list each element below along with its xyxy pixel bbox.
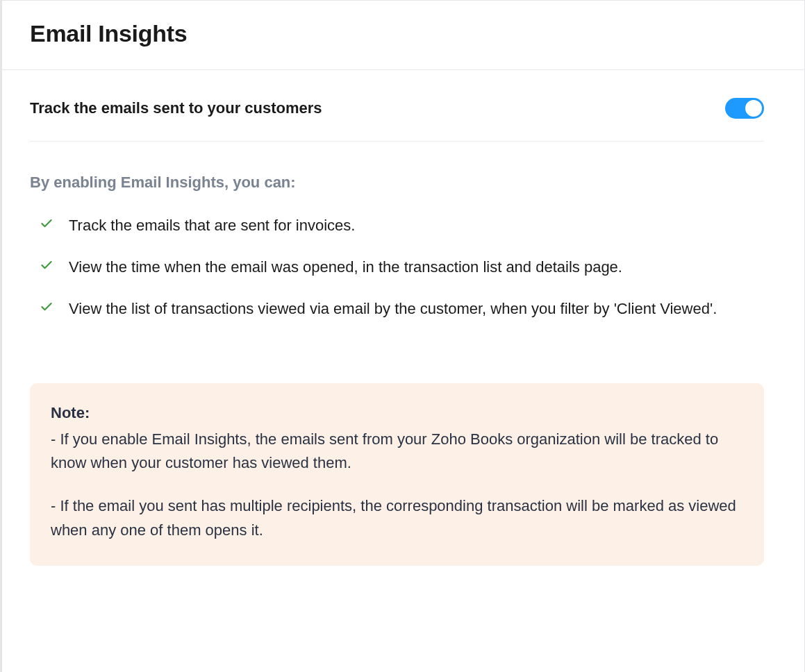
feature-text: View the time when the email was opened,… [69, 255, 622, 279]
page-header: Email Insights [2, 1, 804, 70]
note-title: Note: [51, 404, 743, 422]
feature-text: View the list of transactions viewed via… [69, 297, 717, 321]
check-icon [40, 217, 53, 230]
note-line: - If you enable Email Insights, the emai… [51, 428, 743, 475]
track-emails-toggle-row: Track the emails sent to your customers [30, 98, 764, 142]
track-emails-label: Track the emails sent to your customers [30, 99, 322, 117]
track-emails-toggle[interactable] [725, 98, 764, 119]
check-icon [40, 300, 53, 314]
toggle-knob [745, 100, 762, 117]
features-subheading: By enabling Email Insights, you can: [30, 174, 764, 192]
note-line: - If the email you sent has multiple rec… [51, 494, 743, 541]
feature-list: Track the emails that are sent for invoi… [30, 214, 764, 321]
feature-item: View the list of transactions viewed via… [40, 297, 764, 321]
check-icon [40, 258, 53, 272]
note-box: Note: - If you enable Email Insights, th… [30, 383, 764, 565]
feature-text: Track the emails that are sent for invoi… [69, 214, 355, 237]
content-area: Track the emails sent to your customers … [2, 70, 804, 594]
feature-item: View the time when the email was opened,… [40, 255, 764, 279]
page-title: Email Insights [30, 20, 777, 47]
feature-item: Track the emails that are sent for invoi… [40, 214, 764, 237]
